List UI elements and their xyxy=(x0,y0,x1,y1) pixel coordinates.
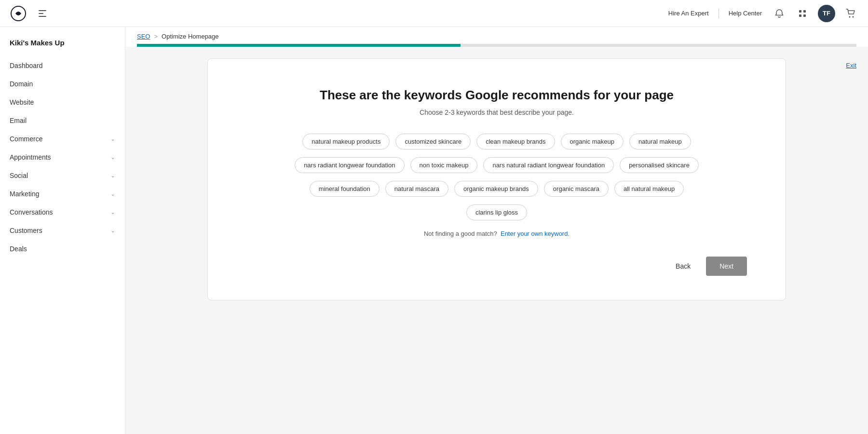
svg-rect-5 xyxy=(803,10,806,13)
keyword-all-natural-makeup[interactable]: all natural makeup xyxy=(614,181,684,197)
content-area: SEO > Optimize Homepage Exit These are t… xyxy=(125,27,868,434)
breadcrumb-wrapper: SEO > Optimize Homepage Exit xyxy=(125,27,868,47)
sidebar-item-domain[interactable]: Domain xyxy=(0,75,125,93)
keyword-nars-natural-radiant[interactable]: nars natural radiant longwear foundation xyxy=(483,157,614,173)
keyword-organic-mascara[interactable]: organic mascara xyxy=(544,181,609,197)
keyword-row-2: nars radiant longwear foundation non tox… xyxy=(295,157,699,173)
header-right: Hire An Expert Help Center TF xyxy=(668,5,858,22)
chevron-down-icon: ⌄ xyxy=(110,227,115,234)
keywords-area: natural makeup products customized skinc… xyxy=(246,134,747,220)
page-content: These are the keywords Google recommends… xyxy=(125,47,868,434)
top-header: Hire An Expert Help Center TF xyxy=(0,0,868,27)
keyword-row-4: clarins lip gloss xyxy=(466,204,527,220)
nav-label-website: Website xyxy=(10,98,34,106)
user-avatar[interactable]: TF xyxy=(818,5,835,22)
svg-point-8 xyxy=(849,16,851,17)
nav-label-commerce: Commerce xyxy=(10,135,42,143)
breadcrumb-seo-link[interactable]: SEO xyxy=(137,33,150,40)
svg-rect-1 xyxy=(39,10,46,11)
sidebar-item-commerce[interactable]: Commerce ⌄ xyxy=(0,130,125,148)
enter-own-keyword-link[interactable]: Enter your own keyword xyxy=(501,230,568,237)
svg-rect-6 xyxy=(799,14,801,17)
not-finding-suffix: . xyxy=(568,230,570,237)
main-layout: Kiki's Makes Up Dashboard Domain Website… xyxy=(0,27,868,434)
sidebar: Kiki's Makes Up Dashboard Domain Website… xyxy=(0,27,125,434)
keyword-organic-makeup[interactable]: organic makeup xyxy=(561,134,624,149)
keyword-mineral-foundation[interactable]: mineral foundation xyxy=(310,181,380,197)
keyword-row-3: mineral foundation natural mascara organ… xyxy=(310,181,684,197)
sidebar-item-dashboard[interactable]: Dashboard xyxy=(0,56,125,75)
nav-label-email: Email xyxy=(10,117,27,124)
header-left xyxy=(10,5,50,22)
exit-button[interactable]: Exit xyxy=(846,62,856,69)
chevron-down-icon: ⌄ xyxy=(110,172,115,179)
header-icons: TF xyxy=(772,5,858,22)
sidebar-item-marketing[interactable]: Marketing ⌄ xyxy=(0,185,125,203)
progress-bar-container xyxy=(137,44,856,47)
next-button[interactable]: Next xyxy=(706,257,747,276)
keyword-nars-radiant-longwear[interactable]: nars radiant longwear foundation xyxy=(295,157,404,173)
chevron-down-icon: ⌄ xyxy=(110,136,115,142)
sidebar-item-email[interactable]: Email xyxy=(0,111,125,130)
sidebar-item-website[interactable]: Website xyxy=(0,93,125,111)
keyword-non-toxic-makeup[interactable]: non toxic makeup xyxy=(410,157,478,173)
nav-label-domain: Domain xyxy=(10,80,33,88)
back-button[interactable]: Back xyxy=(666,258,700,275)
chevron-down-icon: ⌄ xyxy=(110,190,115,197)
breadcrumb: SEO > Optimize Homepage xyxy=(137,33,856,40)
sidebar-item-conversations[interactable]: Conversations ⌄ xyxy=(0,203,125,221)
svg-point-9 xyxy=(853,16,854,17)
keyword-natural-makeup[interactable]: natural makeup xyxy=(629,134,691,149)
nav-label-conversations: Conversations xyxy=(10,208,53,216)
notifications-icon[interactable] xyxy=(772,6,787,21)
svg-rect-2 xyxy=(39,13,43,14)
nav-label-marketing: Marketing xyxy=(10,190,39,198)
sidebar-toggle-button[interactable] xyxy=(35,6,50,21)
header-divider xyxy=(719,9,719,18)
sidebar-item-appointments[interactable]: Appointments ⌄ xyxy=(0,148,125,166)
svg-rect-3 xyxy=(39,16,46,17)
footer-actions: Back Next xyxy=(246,257,747,276)
breadcrumb-separator: > xyxy=(154,33,158,40)
keyword-customized-skincare[interactable]: customized skincare xyxy=(395,134,471,149)
keyword-organic-makeup-brands[interactable]: organic makeup brands xyxy=(454,181,538,197)
nav-label-customers: Customers xyxy=(10,227,42,234)
chevron-down-icon: ⌄ xyxy=(110,154,115,161)
help-center-link[interactable]: Help Center xyxy=(729,10,762,17)
sidebar-item-social[interactable]: Social ⌄ xyxy=(0,166,125,185)
not-finding-text: Not finding a good match? xyxy=(424,230,497,237)
sidebar-item-deals[interactable]: Deals xyxy=(0,240,125,258)
logo-icon[interactable] xyxy=(10,5,27,22)
breadcrumb-current-page: Optimize Homepage xyxy=(162,33,219,40)
nav-label-appointments: Appointments xyxy=(10,153,51,161)
nav-label-dashboard: Dashboard xyxy=(10,62,43,69)
chevron-down-icon: ⌄ xyxy=(110,209,115,216)
keyword-row-1: natural makeup products customized skinc… xyxy=(302,134,691,149)
cart-icon[interactable] xyxy=(843,6,858,21)
nav-label-social: Social xyxy=(10,172,28,179)
keyword-natural-mascara[interactable]: natural mascara xyxy=(385,181,448,197)
keywords-card: These are the keywords Google recommends… xyxy=(207,58,786,300)
keyword-natural-makeup-products[interactable]: natural makeup products xyxy=(302,134,390,149)
progress-bar-fill xyxy=(137,44,461,47)
shop-name: Kiki's Makes Up xyxy=(0,35,125,56)
card-subtitle: Choose 2-3 keywords that best describe y… xyxy=(246,108,747,116)
sidebar-item-customers[interactable]: Customers ⌄ xyxy=(0,221,125,240)
hire-expert-link[interactable]: Hire An Expert xyxy=(668,10,709,17)
not-finding-section: Not finding a good match? Enter your own… xyxy=(246,230,747,237)
nav-label-deals: Deals xyxy=(10,245,27,253)
card-title: These are the keywords Google recommends… xyxy=(246,88,747,103)
keyword-personalised-skincare[interactable]: personalised skincare xyxy=(620,157,699,173)
apps-grid-icon[interactable] xyxy=(795,6,810,21)
svg-rect-4 xyxy=(799,10,801,13)
keyword-clarins-lip-gloss[interactable]: clarins lip gloss xyxy=(466,204,527,220)
svg-rect-7 xyxy=(803,14,806,17)
breadcrumb-bar: SEO > Optimize Homepage xyxy=(125,27,868,47)
keyword-clean-makeup-brands[interactable]: clean makeup brands xyxy=(476,134,555,149)
